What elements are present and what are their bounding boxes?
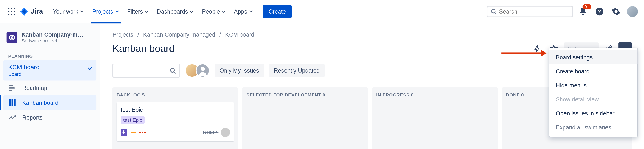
unassigned-avatar[interactable]: [196, 64, 210, 78]
svg-rect-19: [14, 99, 16, 106]
issue-key: KCM-1: [203, 129, 218, 135]
menu-show-detail-view: Show detail view: [549, 92, 637, 106]
svg-rect-4: [11, 11, 12, 12]
project-type: Software project: [22, 38, 87, 44]
sidebar-item-roadmap[interactable]: Roadmap: [3, 81, 96, 95]
menu-create-board[interactable]: Create board: [549, 64, 637, 78]
issue-card[interactable]: test Epic test Epic KCM-1: [116, 102, 234, 141]
svg-point-9: [492, 9, 495, 13]
search-input[interactable]: [486, 6, 573, 17]
annotation-arrow: [502, 50, 547, 57]
logo-text: Jira: [30, 7, 43, 16]
search-icon: [491, 8, 496, 15]
svg-rect-32: [130, 132, 136, 133]
svg-text:?: ?: [598, 9, 601, 14]
board-search-input[interactable]: [112, 64, 180, 78]
svg-point-30: [201, 67, 205, 71]
chevron-down-icon: [87, 66, 92, 71]
svg-point-33: [139, 131, 141, 133]
epic-label[interactable]: test Epic: [121, 116, 144, 124]
settings-icon[interactable]: [609, 5, 622, 18]
svg-line-29: [174, 72, 176, 73]
nav-projects[interactable]: Projects: [89, 6, 122, 17]
notifications-icon[interactable]: 9+: [576, 5, 590, 18]
svg-rect-16: [9, 90, 12, 91]
svg-rect-15: [9, 87, 15, 89]
sidebar-section-planning: PLANNING: [3, 50, 96, 60]
svg-point-35: [144, 131, 146, 133]
crumb-board[interactable]: KCM board: [225, 32, 254, 38]
menu-hide-menus[interactable]: Hide menus: [549, 78, 637, 92]
column-header: SELECTED FOR DEVELOPMENT 0: [246, 92, 364, 97]
menu-open-issues-sidebar[interactable]: Open issues in sidebar: [549, 106, 637, 120]
svg-line-10: [495, 13, 496, 14]
main-content: Projects/ Kanban Company-managed/ KCM bo…: [100, 23, 644, 149]
nav-filters[interactable]: Filters: [124, 6, 152, 17]
svg-rect-17: [9, 99, 11, 106]
menu-board-settings[interactable]: Board settings: [549, 50, 637, 64]
project-name: Kanban Company-m…: [22, 32, 87, 38]
board-icon: [8, 99, 16, 107]
card-title: test Epic: [121, 106, 230, 113]
page-title: Kanban board: [112, 43, 175, 55]
project-header[interactable]: Kanban Company-m… Software project: [3, 32, 96, 50]
nav-apps[interactable]: Apps: [230, 6, 256, 17]
column-backlog[interactable]: BACKLOG 5 test Epic test Epic KCM-1: [112, 87, 238, 149]
crumb-projects[interactable]: Projects: [112, 32, 133, 38]
roadmap-icon: [8, 84, 16, 92]
column-header: BACKLOG 5: [116, 92, 234, 97]
notification-badge: 9+: [582, 4, 591, 9]
app-switcher-icon[interactable]: [5, 5, 18, 18]
more-menu-dropdown: Board settings Create board Hide menus S…: [549, 48, 637, 137]
svg-rect-8: [14, 13, 15, 15]
priority-icon: [130, 129, 136, 136]
sidebar-board-selector[interactable]: KCM board Board: [3, 60, 96, 81]
help-icon[interactable]: ?: [593, 5, 606, 18]
search-field[interactable]: [499, 8, 569, 15]
status-icon: [139, 130, 146, 134]
breadcrumb: Projects/ Kanban Company-managed/ KCM bo…: [112, 32, 632, 38]
svg-rect-1: [11, 8, 12, 9]
assignee-avatar[interactable]: [221, 128, 230, 137]
jira-logo[interactable]: Jira: [20, 7, 43, 16]
crumb-project[interactable]: Kanban Company-managed: [143, 32, 215, 38]
svg-rect-2: [14, 8, 15, 9]
filter-only-my-issues[interactable]: Only My Issues: [215, 64, 264, 77]
top-nav: Jira Your work Projects Filters Dashboar…: [0, 0, 644, 23]
nav-dashboards[interactable]: Dashboards: [154, 6, 197, 17]
filter-recently-updated[interactable]: Recently Updated: [269, 64, 324, 77]
project-icon: [7, 32, 18, 43]
svg-rect-14: [9, 85, 13, 86]
column-header: IN PROGRESS 0: [376, 92, 494, 97]
assignee-avatars[interactable]: [185, 64, 210, 78]
sidebar-item-reports[interactable]: Reports: [3, 110, 96, 125]
create-button[interactable]: Create: [263, 5, 292, 18]
svg-rect-6: [8, 13, 10, 15]
nav-people[interactable]: People: [199, 6, 229, 17]
svg-rect-3: [8, 11, 10, 12]
svg-rect-7: [11, 13, 12, 15]
profile-avatar[interactable]: [626, 5, 639, 18]
sidebar: Kanban Company-m… Software project PLANN…: [0, 23, 100, 149]
column-selected[interactable]: SELECTED FOR DEVELOPMENT 0: [242, 87, 368, 149]
svg-point-34: [142, 131, 144, 133]
svg-rect-0: [8, 8, 10, 9]
menu-expand-swimlanes[interactable]: Expand all swimlanes: [549, 120, 637, 134]
svg-rect-5: [14, 11, 15, 12]
svg-point-28: [170, 68, 174, 72]
column-in-progress[interactable]: IN PROGRESS 0: [372, 87, 498, 149]
nav-your-work[interactable]: Your work: [50, 6, 87, 17]
sidebar-item-kanban-board[interactable]: Kanban board: [3, 95, 96, 110]
search-icon: [170, 67, 176, 74]
svg-rect-18: [12, 99, 13, 106]
epic-type-icon: [121, 129, 127, 136]
reports-icon: [8, 113, 16, 122]
